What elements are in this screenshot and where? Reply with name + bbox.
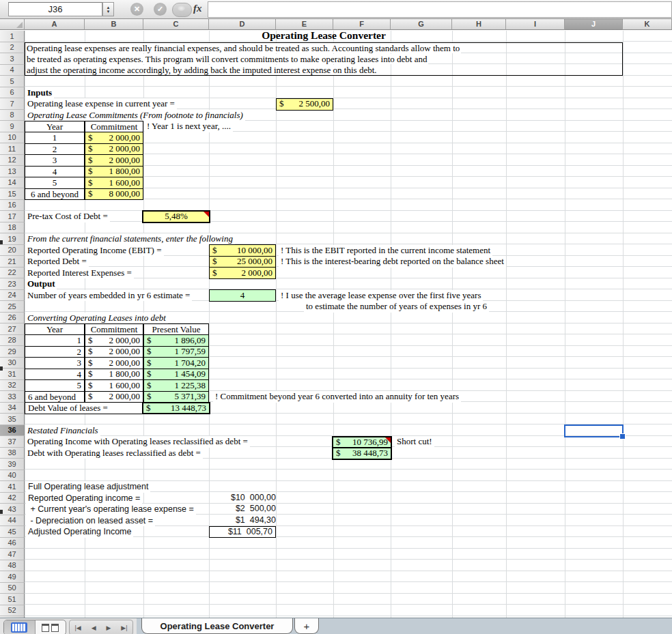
commitment-amount-cell[interactable]: $1 600,00 — [85, 177, 143, 189]
row-header[interactable]: 2 — [0, 42, 25, 54]
commitment-year-cell[interactable]: 4 — [25, 166, 85, 178]
row-header[interactable]: 9 — [0, 121, 25, 132]
row-header[interactable]: 46 — [0, 538, 25, 549]
tab-scroll-arrow[interactable]: ▶ — [106, 624, 111, 631]
adj-reported-income-label[interactable]: Reported Operating income = — [26, 493, 142, 504]
conversion-heading[interactable]: Converting Operating Leases into debt — [25, 313, 168, 324]
tab-scroll-arrow[interactable]: ▶| — [121, 624, 127, 631]
normal-view-button[interactable] — [4, 620, 36, 634]
lease-expense-label[interactable]: Operating lease expense in current year … — [25, 98, 177, 110]
row-header[interactable]: 7 — [0, 98, 25, 110]
lease-expense-cell[interactable]: $2 500,00 — [276, 98, 333, 111]
conversion-commitment-cell[interactable]: $1 600,00 — [85, 379, 143, 392]
row-header[interactable]: 35 — [0, 414, 25, 425]
row-header[interactable]: 48 — [0, 560, 25, 572]
conversion-year-cell[interactable]: 2 — [25, 346, 85, 358]
conversion-commitment-cell[interactable]: $2 000,00 — [85, 357, 143, 369]
row-header[interactable]: 27 — [0, 323, 25, 335]
reported-debt-label[interactable]: Reported Debt = — [25, 256, 89, 268]
commitment-year-cell[interactable]: 2 — [25, 143, 85, 156]
conversion-pv-cell[interactable]: $1 225,38 — [143, 379, 209, 392]
conversion-commitment-header[interactable]: Commitment — [85, 323, 143, 336]
cancel-entry-button[interactable]: ✕ — [130, 3, 143, 16]
conversion-commitment-cell[interactable]: $1 800,00 — [85, 369, 143, 381]
row-header[interactable]: 23 — [0, 278, 25, 290]
years-note-line2[interactable]: to estimate the number of years of expen… — [304, 301, 489, 313]
row-header[interactable]: 26 — [0, 313, 25, 324]
commitments-note[interactable]: ! Year 1 is next year, .... — [145, 121, 233, 132]
row-header[interactable]: 28 — [0, 335, 25, 347]
ebit-label[interactable]: Reported Operating Income (EBIT) = — [25, 245, 164, 257]
column-header-a[interactable]: A — [25, 18, 85, 30]
row-header[interactable]: 42 — [0, 493, 25, 504]
description-box[interactable]: Operating lease expenses are really fina… — [25, 42, 623, 76]
select-all-corner[interactable] — [0, 18, 25, 30]
conversion-pv-cell[interactable]: $1 454,09 — [143, 369, 209, 381]
conversion-pv-cell[interactable]: $5 371,39 — [143, 391, 209, 403]
row-header[interactable]: 12 — [0, 155, 25, 167]
sheet-tab-operating-lease-converter[interactable]: Operating Lease Converter — [141, 618, 293, 634]
confirm-entry-button[interactable]: ✓ — [154, 3, 167, 16]
conversion-commitment-cell[interactable]: $2 000,00 — [85, 346, 143, 358]
row-header[interactable]: 33 — [0, 391, 25, 403]
row-header[interactable]: 3 — [0, 53, 25, 65]
row-header[interactable]: 31 — [0, 369, 25, 380]
adj-depreciation-label[interactable]: - Depreciation on leased asset = — [26, 515, 155, 527]
restated-debt-label[interactable]: Debt with Operating leases reclassified … — [25, 448, 203, 459]
row-header[interactable]: 32 — [0, 380, 25, 392]
row-header[interactable]: 1 — [0, 31, 25, 42]
inputs-heading[interactable]: Inputs — [25, 87, 54, 99]
adjustment-heading[interactable]: Full Operating lease adjustment — [26, 481, 150, 493]
tab-scroll-arrow[interactable]: ◀ — [92, 624, 96, 631]
financials-heading[interactable]: From the current financial statements, e… — [25, 233, 235, 245]
add-sheet-tab-button[interactable]: + — [294, 618, 319, 634]
conversion-year-cell[interactable]: 6 and beyond — [25, 391, 85, 403]
selection-fill-handle[interactable] — [619, 433, 626, 440]
reported-debt-cell[interactable]: $25 000,00 — [209, 256, 276, 268]
row-header[interactable]: 15 — [0, 188, 25, 200]
row-header[interactable]: 14 — [0, 177, 25, 189]
conversion-pv-cell[interactable]: $1 704,20 — [143, 357, 209, 369]
commitment-amount-cell[interactable]: $8 000,00 — [85, 188, 143, 201]
column-header-c[interactable]: C — [143, 18, 209, 30]
commitment-amount-cell[interactable]: $2 000,00 — [85, 154, 143, 167]
conversion-year-cell[interactable]: 1 — [25, 334, 85, 347]
restated-heading[interactable]: Restated Financials — [25, 425, 100, 437]
years-embedded-cell[interactable]: 4 — [209, 289, 276, 302]
row-header[interactable]: 49 — [0, 571, 25, 583]
row-header[interactable]: 8 — [0, 110, 25, 121]
conversion-year-cell[interactable]: 5 — [25, 379, 85, 392]
years-embedded-label[interactable]: Number of years embedded in yr 6 estimat… — [25, 290, 192, 302]
row-header[interactable]: 43 — [0, 504, 25, 515]
cell-name-box[interactable]: J36 — [8, 2, 102, 16]
column-header-k[interactable]: K — [623, 18, 672, 30]
restated-income-label[interactable]: Operating Income with Operating leases r… — [25, 436, 250, 448]
column-header-h[interactable]: H — [452, 18, 506, 30]
row-header[interactable]: 19 — [0, 233, 25, 245]
conversion-year-header[interactable]: Year — [25, 323, 85, 336]
column-header-i[interactable]: I — [506, 18, 565, 30]
conversion-pv-cell[interactable]: $1 797,59 — [143, 346, 209, 358]
conversion-year-cell[interactable]: 3 — [25, 357, 85, 369]
tab-scroll-arrow[interactable]: |◀ — [74, 624, 81, 631]
page-layout-view-button[interactable] — [36, 620, 66, 634]
sheet-title[interactable]: Operating Lease Converter — [25, 31, 623, 42]
row-header[interactable]: 4 — [0, 65, 25, 76]
row-header[interactable]: 11 — [0, 143, 25, 155]
row-header[interactable]: 37 — [0, 436, 25, 448]
row-header[interactable]: 47 — [0, 549, 25, 560]
row-header[interactable]: 51 — [0, 594, 25, 605]
row-header[interactable]: 36 — [0, 425, 25, 437]
column-header-g[interactable]: G — [391, 18, 452, 30]
row-header[interactable]: 20 — [0, 245, 25, 257]
row-header[interactable]: 6 — [0, 87, 25, 99]
formula-bar-input[interactable] — [208, 1, 672, 18]
name-box-stepper[interactable]: ▲▼ — [102, 2, 114, 16]
row-header[interactable]: 10 — [0, 132, 25, 144]
shortcut-note[interactable]: Short cut! — [395, 436, 434, 448]
conversion-pv-header[interactable]: Present Value — [143, 323, 209, 336]
row-header[interactable]: 38 — [0, 448, 25, 459]
row-header[interactable]: 13 — [0, 166, 25, 177]
row-header[interactable]: 52 — [0, 605, 25, 617]
column-header-f[interactable]: F — [333, 18, 391, 30]
